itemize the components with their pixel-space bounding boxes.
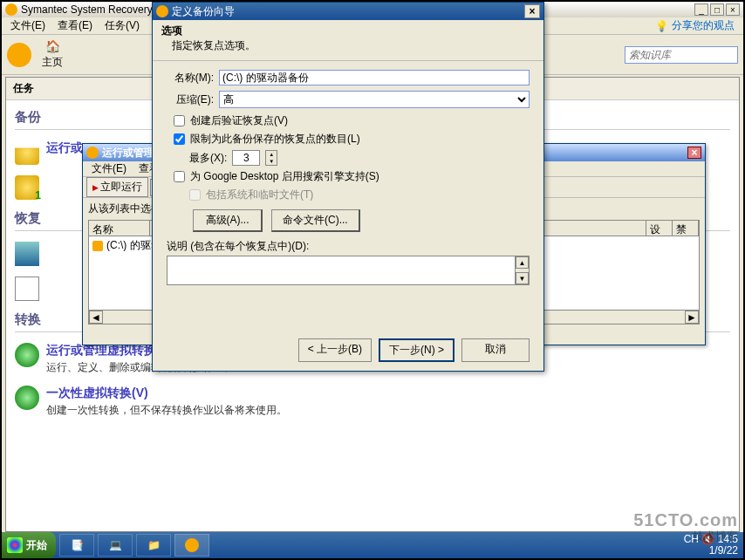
menu-view[interactable]: 查看(E) — [52, 17, 98, 35]
home-icon: 🏠 — [45, 39, 60, 53]
google-checkbox[interactable] — [174, 171, 185, 182]
maximize-button[interactable]: □ — [710, 3, 724, 16]
temp-label: 包括系统和临时文件(T) — [206, 188, 313, 202]
col-name[interactable]: 名称 — [89, 221, 150, 236]
max-label: 最多(X): — [189, 151, 227, 166]
run-now-button[interactable]: 立即运行 — [86, 177, 148, 197]
recover-files-icon — [15, 277, 39, 301]
scroll-left[interactable]: ◄ — [89, 311, 103, 324]
wizard-header: 选项 指定恢复点选项。 — [153, 20, 543, 61]
max-input[interactable] — [232, 150, 260, 166]
search-input[interactable] — [625, 46, 738, 64]
drive-icon — [92, 241, 103, 251]
wizard-icon — [156, 5, 168, 17]
spin-buttons[interactable]: ▲▼ — [265, 150, 277, 166]
minimize-button[interactable]: _ — [694, 3, 708, 16]
system-tray[interactable]: CH 🔇 14:5 1/9/22 — [679, 534, 743, 557]
scroll-right[interactable]: ► — [685, 311, 699, 324]
back-button[interactable]: < 上一步(B) — [298, 338, 372, 362]
dialog1-icon — [86, 147, 99, 159]
app-logo-icon — [7, 43, 31, 67]
compress-label: 压缩(E): — [167, 92, 214, 107]
taskbar: 开始 📑 💻 📁 CH 🔇 14:5 1/9/22 — [2, 532, 743, 558]
window-buttons: _ □ × — [694, 3, 740, 16]
start-button[interactable]: 开始 — [2, 532, 56, 558]
wizard-subheading: 指定恢复点选项。 — [161, 38, 535, 53]
command-file-button[interactable]: 命令文件(C)... — [271, 209, 360, 232]
menu-file[interactable]: 文件(E) — [5, 17, 51, 35]
wizard-titlebar[interactable]: 定义备份向导 × — [153, 3, 543, 20]
convert-once-icon — [15, 386, 39, 410]
wizard-body: 名称(M): 压缩(E): 高 创建后验证恢复点(V) 限制为此备份保存的恢复点… — [153, 61, 543, 294]
desc-label: 说明 (包含在每个恢复点中)(D): — [167, 239, 530, 254]
close-button[interactable]: × — [726, 3, 740, 16]
home-label: 主页 — [42, 55, 63, 70]
run-manage-backup-link[interactable]: 运行或 — [46, 140, 83, 154]
col-disable[interactable]: 禁 — [673, 221, 699, 236]
app-title: Symantec System Recovery 2 — [21, 3, 161, 16]
temp-checkbox — [189, 189, 201, 201]
verify-label: 创建后验证恢复点(V) — [190, 113, 288, 128]
next-button[interactable]: 下一步(N) > — [379, 338, 455, 362]
name-label: 名称(M): — [167, 71, 214, 85]
scroll-down[interactable]: ▼ — [516, 272, 529, 284]
dialog1-close-button[interactable]: × — [687, 147, 701, 159]
limit-checkbox[interactable] — [174, 133, 185, 145]
name-input[interactable] — [219, 70, 530, 85]
menu-tasks[interactable]: 任务(V) — [99, 17, 145, 35]
advanced-button[interactable]: 高级(A)... — [193, 209, 263, 232]
dialog1-menu-file[interactable]: 文件(E) — [86, 160, 132, 178]
convert-icon — [15, 343, 39, 367]
google-label: 为 Google Desktop 启用搜索引擎支持(S) — [190, 169, 379, 184]
taskbar-item-2[interactable]: 💻 — [98, 534, 133, 557]
limit-label: 限制为此备份保存的恢复点的数目(L) — [190, 132, 360, 147]
cancel-button[interactable]: 取消 — [461, 338, 530, 362]
app-icon — [5, 3, 17, 16]
wizard-close-button[interactable]: × — [524, 4, 540, 18]
backup-wizard-dialog: 定义备份向导 × 选项 指定恢复点选项。 名称(M): 压缩(E): 高 创建后… — [152, 2, 544, 372]
taskbar-item-1[interactable]: 📑 — [59, 534, 94, 557]
wizard-footer: < 上一步(B) 下一步(N) > 取消 — [153, 338, 543, 362]
wizard-title: 定义备份向导 — [172, 4, 235, 19]
backup-once-icon — [15, 175, 39, 200]
home-button[interactable]: 🏠 主页 — [42, 39, 63, 70]
recover-computer-icon — [15, 242, 39, 266]
compress-select[interactable]: 高 — [219, 91, 530, 108]
wizard-heading: 选项 — [161, 24, 535, 38]
description-textarea[interactable]: ▲▼ — [167, 256, 530, 285]
col-set[interactable]: 设 — [646, 221, 673, 236]
feedback-link[interactable]: 分享您的观点 — [650, 17, 740, 35]
taskbar-item-app[interactable] — [174, 534, 209, 557]
convert-once-desc: 创建一次性转换，但不保存转换作业以备将来使用。 — [46, 403, 287, 418]
one-time-conversion-link[interactable]: 一次性虚拟转换(V) — [46, 386, 148, 400]
scroll-up[interactable]: ▲ — [516, 256, 529, 269]
verify-checkbox[interactable] — [174, 115, 185, 126]
taskbar-item-3[interactable]: 📁 — [136, 534, 171, 557]
backup-icon — [15, 140, 39, 165]
